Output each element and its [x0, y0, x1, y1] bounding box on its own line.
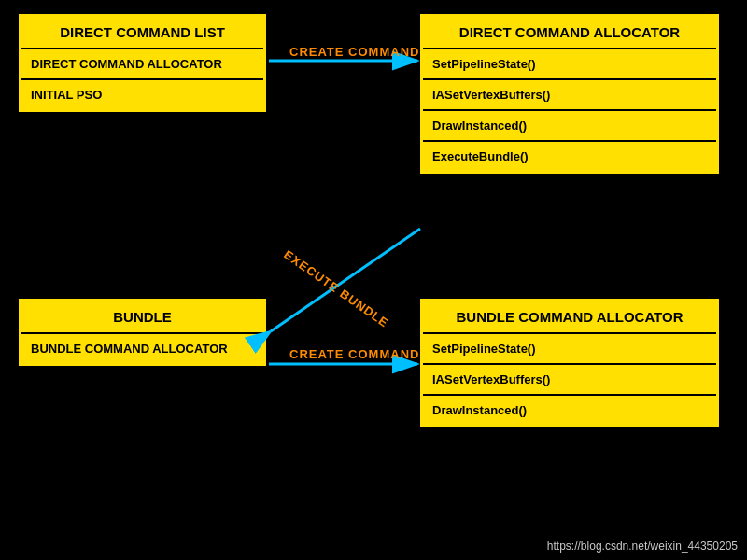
execute-bundle-label: EXECUTE BUNDLE: [281, 247, 391, 330]
bundle-item-1: BUNDLE COMMAND ALLOCATOR: [21, 334, 263, 363]
bundle-cmd-alloc-item-2: IASetVertexBuffers(): [423, 365, 716, 396]
bundle-cmd-alloc-item-3: DrawInstanced(): [423, 396, 716, 425]
bundle-box: BUNDLE BUNDLE COMMAND ALLOCATOR: [19, 299, 266, 366]
direct-command-allocator-title: DIRECT COMMAND ALLOCATOR: [423, 17, 716, 49]
direct-cmd-alloc-item-1: SetPipelineState(): [423, 49, 716, 80]
watermark: https://blog.csdn.net/weixin_44350205: [547, 539, 738, 553]
create-command-bottom-label: CREATE COMMAND: [289, 347, 419, 361]
direct-cmd-alloc-item-2: IASetVertexBuffers(): [423, 80, 716, 111]
direct-cmd-alloc-item-4: ExecuteBundle(): [423, 142, 716, 171]
direct-cmd-list-item-1: DIRECT COMMAND ALLOCATOR: [21, 49, 263, 80]
direct-command-list-box: DIRECT COMMAND LIST DIRECT COMMAND ALLOC…: [19, 14, 266, 112]
bundle-command-allocator-title: BUNDLE COMMAND ALLOCATOR: [423, 301, 716, 334]
direct-command-allocator-box: DIRECT COMMAND ALLOCATOR SetPipelineStat…: [420, 14, 719, 174]
direct-cmd-alloc-item-3: DrawInstanced(): [423, 111, 716, 142]
direct-command-list-title: DIRECT COMMAND LIST: [21, 17, 263, 49]
bundle-command-allocator-box: BUNDLE COMMAND ALLOCATOR SetPipelineStat…: [420, 299, 719, 427]
bundle-cmd-alloc-item-1: SetPipelineState(): [423, 334, 716, 365]
bundle-title: BUNDLE: [21, 301, 263, 334]
svg-line-3: [271, 229, 420, 331]
create-command-top-label: CREATE COMMAND: [289, 45, 419, 59]
direct-cmd-list-item-2: INITIAL PSO: [21, 80, 263, 109]
